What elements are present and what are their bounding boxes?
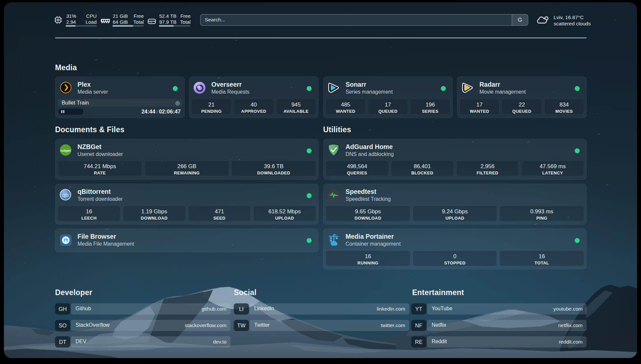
svg-text:nzbget: nzbget bbox=[61, 149, 71, 152]
svg-text:qb: qb bbox=[62, 192, 69, 198]
